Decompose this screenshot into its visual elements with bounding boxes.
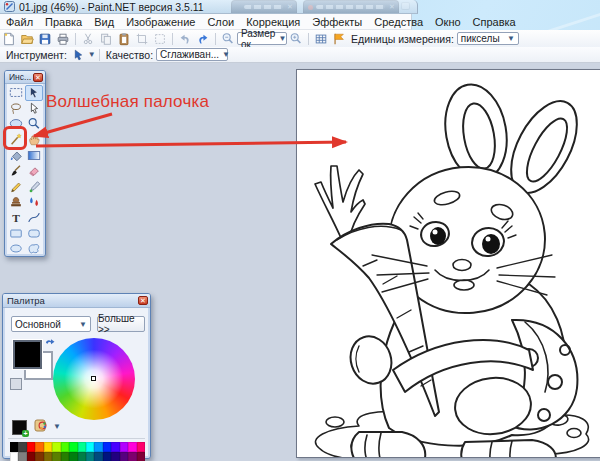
default-colors-mini-swatch[interactable] xyxy=(10,378,22,390)
tool-lasso-select[interactable] xyxy=(7,101,25,117)
palette-swatch[interactable] xyxy=(18,452,26,461)
current-tool-icon[interactable] xyxy=(71,47,87,62)
menu-window[interactable]: Окно xyxy=(429,16,467,28)
palette-swatch[interactable] xyxy=(18,442,26,452)
palette-swatch[interactable] xyxy=(111,452,119,461)
palette-swatch[interactable] xyxy=(69,452,77,461)
menu-image[interactable]: Изображение xyxy=(120,16,201,28)
crop-to-selection-icon[interactable] xyxy=(134,31,150,46)
palette-swatch[interactable] xyxy=(10,442,18,452)
grid-icon[interactable] xyxy=(313,31,329,46)
palette-swatch[interactable] xyxy=(94,452,102,461)
print-icon[interactable] xyxy=(55,31,71,46)
menu-edit[interactable]: Правка xyxy=(39,16,88,28)
tool-clone-stamp[interactable] xyxy=(7,194,25,210)
units-dropdown[interactable]: пикселы▼ xyxy=(457,32,519,45)
menu-utilities[interactable]: Средства xyxy=(368,16,429,28)
copy-icon[interactable] xyxy=(98,31,114,46)
palette-swatch[interactable] xyxy=(27,452,35,461)
tool-rectangle-select[interactable] xyxy=(7,85,25,101)
palette-swatch[interactable] xyxy=(10,452,18,461)
tool-pan[interactable] xyxy=(25,132,43,148)
color-mode-dropdown[interactable]: Основной▼ xyxy=(11,316,91,332)
tool-paintbrush[interactable] xyxy=(7,163,25,179)
color-wheel-marker[interactable] xyxy=(91,376,96,381)
tool-rectangle[interactable] xyxy=(7,225,25,241)
undo-icon[interactable] xyxy=(177,31,193,46)
palette-swatch[interactable] xyxy=(103,442,111,452)
tool-color-picker[interactable] xyxy=(25,179,43,195)
palette-swatch[interactable] xyxy=(86,442,94,452)
palette-swatch[interactable] xyxy=(94,442,102,452)
add-color-swatch[interactable]: + xyxy=(12,420,27,435)
palette-swatch[interactable] xyxy=(86,452,94,461)
color-wheel[interactable] xyxy=(53,338,135,420)
palette-swatch[interactable] xyxy=(103,452,111,461)
palette-window[interactable]: Палитра ✕ Основной▼ Больше >> + ▼ xyxy=(2,293,151,459)
menu-effects[interactable]: Эффекты xyxy=(306,16,368,28)
palette-swatch[interactable] xyxy=(120,452,128,461)
zoom-size-dropdown[interactable]: Размер ок▼ xyxy=(237,32,287,45)
tool-ellipse[interactable] xyxy=(7,241,25,257)
palette-swatch[interactable] xyxy=(44,452,52,461)
palette-window-titlebar[interactable]: Палитра ✕ xyxy=(3,294,150,308)
quality-dropdown[interactable]: Сглаживан...▼ xyxy=(156,48,228,61)
palette-swatch[interactable] xyxy=(128,442,136,452)
tool-gradient[interactable] xyxy=(25,147,43,163)
units-flag-icon[interactable] xyxy=(331,31,347,46)
tool-line-curve[interactable] xyxy=(25,210,43,226)
palette-swatch[interactable] xyxy=(137,442,145,452)
tool-eraser[interactable] xyxy=(25,163,43,179)
palette-swatch[interactable] xyxy=(35,442,43,452)
chevron-down-icon[interactable]: ▼ xyxy=(53,422,61,431)
menu-file[interactable]: Файл xyxy=(0,16,39,28)
redo-icon[interactable] xyxy=(195,31,211,46)
title-bar[interactable]: 01.jpg (46%) - Paint.NET версия 3.5.11 xyxy=(0,0,418,14)
tools-window-titlebar[interactable]: Инс... ✕ xyxy=(5,71,45,84)
open-file-icon[interactable] xyxy=(19,31,35,46)
tool-rounded-rectangle[interactable] xyxy=(25,225,43,241)
tool-zoom[interactable] xyxy=(25,116,43,132)
tool-recolor[interactable] xyxy=(25,194,43,210)
palette-swatch[interactable] xyxy=(61,442,69,452)
save-icon[interactable] xyxy=(37,31,53,46)
close-icon[interactable]: ✕ xyxy=(138,296,148,305)
palette-swatch[interactable] xyxy=(27,442,35,452)
more-button[interactable]: Больше >> xyxy=(97,316,145,332)
tool-text[interactable]: T xyxy=(7,210,25,226)
palette-swatch[interactable] xyxy=(78,452,86,461)
swap-colors-icon[interactable] xyxy=(44,338,56,350)
menu-view[interactable]: Вид xyxy=(88,16,120,28)
palette-swatch[interactable] xyxy=(44,442,52,452)
menu-adjustments[interactable]: Коррекция xyxy=(240,16,306,28)
tools-window[interactable]: Инс... ✕ T xyxy=(4,70,46,257)
tool-pencil[interactable] xyxy=(7,179,25,195)
palette-swatch[interactable] xyxy=(111,442,119,452)
close-icon[interactable]: ✕ xyxy=(33,73,43,82)
zoom-out-icon[interactable] xyxy=(220,31,236,46)
palette-swatch[interactable] xyxy=(120,442,128,452)
palette-swatch[interactable] xyxy=(128,452,136,461)
canvas[interactable] xyxy=(296,69,600,458)
palette-swatch[interactable] xyxy=(52,452,60,461)
tool-move-selection[interactable] xyxy=(25,101,43,117)
palette-swatch[interactable] xyxy=(137,452,145,461)
zoom-in-icon[interactable] xyxy=(288,31,304,46)
chevron-down-icon[interactable]: ▼ xyxy=(88,50,96,59)
deselect-icon[interactable] xyxy=(152,31,168,46)
units-value: пикселы xyxy=(461,33,500,44)
menu-layers[interactable]: Слои xyxy=(201,16,240,28)
tool-move-selected-pixels[interactable] xyxy=(25,85,43,101)
palette-swatch[interactable] xyxy=(69,442,77,452)
palette-swatch[interactable] xyxy=(61,452,69,461)
palette-swatch[interactable] xyxy=(52,442,60,452)
primary-color-swatch[interactable] xyxy=(13,340,42,369)
menu-help[interactable]: Справка xyxy=(467,16,522,28)
palette-swatch[interactable] xyxy=(35,452,43,461)
palette-manager-icon[interactable] xyxy=(33,418,49,433)
cut-icon[interactable] xyxy=(80,31,96,46)
new-file-icon[interactable] xyxy=(1,31,17,46)
paste-icon[interactable] xyxy=(116,31,132,46)
palette-swatch[interactable] xyxy=(78,442,86,452)
tool-freeform-shape[interactable] xyxy=(25,241,43,257)
